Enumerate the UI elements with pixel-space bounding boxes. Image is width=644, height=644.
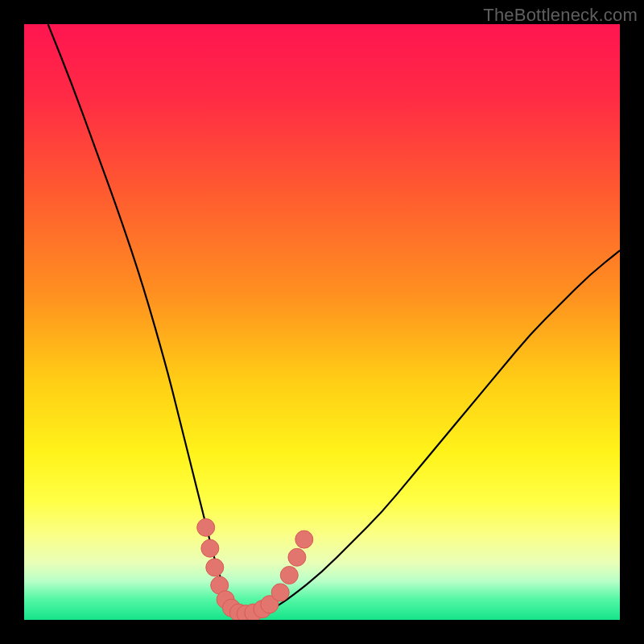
curve-marker: [280, 567, 298, 584]
outer-frame: TheBottleneck.com: [0, 0, 644, 644]
curve-marker: [295, 530, 313, 548]
plot-area: [24, 24, 620, 620]
watermark-text: TheBottleneck.com: [483, 5, 638, 26]
curve-marker: [201, 539, 219, 557]
curve-marker: [206, 559, 224, 576]
curve-marker: [271, 584, 289, 601]
curve-marker: [288, 548, 306, 566]
curve-marker: [197, 518, 215, 536]
gradient-background: [24, 24, 620, 620]
bottleneck-chart: [24, 24, 620, 620]
